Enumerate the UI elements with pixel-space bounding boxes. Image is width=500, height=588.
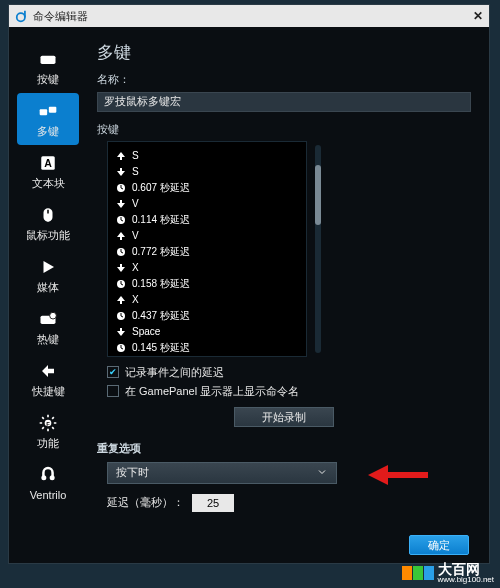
svg-rect-13 [120, 156, 122, 160]
key-event-row[interactable]: 0.437 秒延迟 [116, 308, 298, 324]
svg-text:A: A [44, 156, 52, 168]
shortcut-icon [37, 360, 59, 382]
key-event-text: V [132, 230, 139, 241]
keys-label: 按键 [97, 122, 471, 137]
checkbox-unchecked-icon [107, 385, 119, 397]
watermark: 大百网 www.big100.net [402, 562, 494, 584]
key-event-text: V [132, 198, 139, 209]
ok-button[interactable]: 确定 [409, 535, 469, 555]
key-event-row[interactable]: Space [116, 324, 298, 340]
clock-icon [116, 215, 126, 225]
sidebar-item-mouse[interactable]: 鼠标功能 [17, 197, 79, 249]
show-on-gamepanel-checkbox[interactable]: 在 GamePanel 显示器上显示命令名 [107, 384, 471, 399]
sidebar-item-hotkeys[interactable]: 热键 [17, 301, 79, 353]
up-icon [116, 151, 126, 161]
key-event-text: X [132, 294, 139, 305]
sidebar-item-keystroke[interactable]: 按键 [17, 41, 79, 93]
svg-rect-20 [120, 264, 122, 268]
window-title: 命令编辑器 [33, 9, 88, 24]
svg-rect-2 [40, 109, 48, 115]
key-event-row[interactable]: 0.145 秒延迟 [116, 340, 298, 356]
titlebar: 命令编辑器 ✕ [9, 5, 489, 27]
sidebar-item-label: 功能 [37, 436, 59, 451]
svg-rect-14 [120, 168, 122, 172]
svg-rect-22 [120, 300, 122, 304]
sidebar-item-multikey[interactable]: 多键 [17, 93, 79, 145]
macro-name-input[interactable] [97, 92, 471, 112]
sidebar-item-textblock[interactable]: A 文本块 [17, 145, 79, 197]
key-event-row[interactable]: S [116, 148, 298, 164]
sidebar-item-label: 热键 [37, 332, 59, 347]
clock-icon [116, 247, 126, 257]
key-event-text: 0.145 秒延迟 [132, 341, 190, 355]
sidebar-item-label: 媒体 [37, 280, 59, 295]
svg-rect-3 [49, 106, 57, 112]
close-button[interactable]: ✕ [473, 9, 483, 23]
down-icon [116, 327, 126, 337]
clock-icon [116, 279, 126, 289]
media-icon [37, 256, 59, 278]
start-recording-button[interactable]: 开始录制 [234, 407, 334, 427]
key-event-row[interactable]: 0.607 秒延迟 [116, 180, 298, 196]
sidebar-item-label: 鼠标功能 [26, 228, 70, 243]
svg-rect-1 [41, 55, 56, 63]
main-panel: 多键 名称： 按键 SS0.607 秒延迟V0.114 秒延迟V0.772 秒延… [87, 27, 489, 563]
key-event-row[interactable]: 0.114 秒延迟 [116, 212, 298, 228]
dropdown-value: 按下时 [116, 465, 149, 480]
checkbox-checked-icon: ✔ [107, 366, 119, 378]
svg-rect-6 [47, 209, 49, 213]
clock-icon [116, 183, 126, 193]
repeat-mode-dropdown[interactable]: 按下时 [107, 462, 337, 484]
svg-point-12 [50, 475, 55, 480]
key-event-row[interactable]: Space [116, 356, 298, 357]
key-event-row[interactable]: 0.772 秒延迟 [116, 244, 298, 260]
sidebar: 按键 多键 A 文本块 鼠标功能 媒体 热键 [9, 27, 87, 563]
up-icon [116, 295, 126, 305]
svg-text:F: F [46, 420, 50, 426]
repeat-options-heading: 重复选项 [97, 441, 471, 456]
key-event-row[interactable]: S [116, 164, 298, 180]
key-event-row[interactable]: X [116, 260, 298, 276]
scrollbar[interactable] [315, 145, 321, 353]
command-editor-window: 命令编辑器 ✕ 按键 多键 A 文本块 鼠标功能 媒体 [8, 4, 490, 564]
sidebar-item-label: Ventrilo [30, 489, 67, 501]
up-icon [116, 231, 126, 241]
sidebar-item-function[interactable]: F 功能 [17, 405, 79, 457]
delay-ms-input[interactable] [192, 494, 234, 512]
clock-icon [116, 311, 126, 321]
key-event-text: S [132, 150, 139, 161]
svg-point-8 [50, 312, 57, 319]
sidebar-item-ventrilo[interactable]: Ventrilo [17, 457, 79, 509]
watermark-text: 大百网 [438, 562, 494, 576]
page-title: 多键 [97, 41, 471, 64]
key-event-row[interactable]: V [116, 196, 298, 212]
checkbox-label: 记录事件之间的延迟 [125, 365, 224, 380]
key-event-text: 0.772 秒延迟 [132, 245, 190, 259]
sidebar-item-label: 快捷键 [32, 384, 65, 399]
down-icon [116, 167, 126, 177]
sidebar-item-label: 按键 [37, 72, 59, 87]
scrollbar-thumb[interactable] [315, 165, 321, 225]
hotkey-icon [37, 308, 59, 330]
keystroke-icon [37, 48, 59, 70]
key-event-row[interactable]: X [116, 292, 298, 308]
down-icon [116, 263, 126, 273]
watermark-logo-icon [402, 566, 434, 580]
sidebar-item-media[interactable]: 媒体 [17, 249, 79, 301]
key-event-text: X [132, 262, 139, 273]
name-label: 名称： [97, 72, 471, 87]
key-event-row[interactable]: 0.158 秒延迟 [116, 276, 298, 292]
sidebar-item-label: 文本块 [32, 176, 65, 191]
svg-point-0 [17, 13, 25, 21]
svg-point-11 [41, 475, 46, 480]
function-icon: F [37, 412, 59, 434]
chevron-down-icon [316, 466, 328, 480]
svg-rect-24 [120, 328, 122, 332]
key-event-text: 0.607 秒延迟 [132, 181, 190, 195]
key-sequence-list[interactable]: SS0.607 秒延迟V0.114 秒延迟V0.772 秒延迟X0.158 秒延… [107, 141, 307, 357]
sidebar-item-shortcut[interactable]: 快捷键 [17, 353, 79, 405]
record-delays-checkbox[interactable]: ✔ 记录事件之间的延迟 [107, 365, 471, 380]
key-event-row[interactable]: V [116, 228, 298, 244]
svg-rect-16 [120, 200, 122, 204]
key-event-text: S [132, 166, 139, 177]
